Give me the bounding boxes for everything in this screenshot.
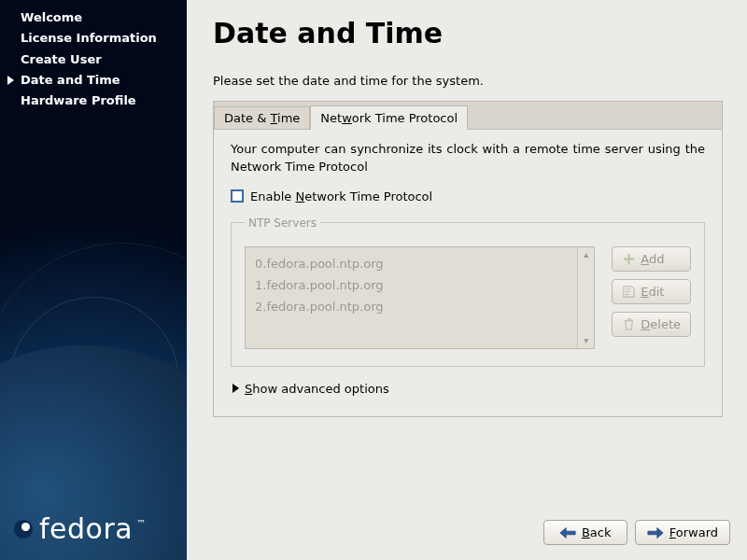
logo-text: fedora [39,512,133,545]
ntp-servers-fieldset: NTP Servers 0.fedora.pool.ntp.org 1.fedo… [231,217,705,367]
fedora-logo: fedora ™ [13,512,146,545]
list-item[interactable]: 1.fedora.pool.ntp.org [253,274,570,296]
sidebar-item-hardware-profile[interactable]: Hardware Profile [0,91,187,111]
sidebar-item-license[interactable]: License Information [0,28,187,49]
arrow-right-icon [647,526,664,539]
ntp-servers-listbox[interactable]: 0.fedora.pool.ntp.org 1.fedora.pool.ntp.… [245,246,595,349]
list-item[interactable]: 2.fedora.pool.ntp.org [253,296,570,317]
logo-bubble-icon [13,519,34,539]
delete-icon [622,317,636,331]
enable-ntp-checkbox[interactable] [231,189,244,203]
tab-notebook: Date & Time Network Time Protocol Your c… [213,101,723,417]
edit-icon [622,285,636,299]
enable-ntp-label: Enable Network Time Protocol [250,189,432,203]
main-panel: Date and Time Please set the date and ti… [187,0,747,560]
tab-ntp-u: w [342,111,352,125]
ntp-descr: Your computer can synchronize its clock … [231,141,705,176]
sidebar-item-create-user[interactable]: Create User [0,49,187,70]
page-intro: Please set the date and time for the sys… [213,74,723,88]
show-advanced-toggle[interactable]: Show advanced options [231,382,705,396]
page-title: Date and Time [213,17,723,49]
list-item[interactable]: 0.fedora.pool.ntp.org [253,253,570,274]
ntp-button-column: Add Edit Delete [612,246,691,337]
footer-nav: Back Forward [187,511,747,560]
add-button[interactable]: Add [612,246,691,272]
edit-button[interactable]: Edit [612,279,691,304]
tab-ntp[interactable]: Network Time Protocol [310,105,468,130]
expand-icon [233,384,239,393]
tab-date-time[interactable]: Date & Time [214,106,310,129]
logo-tm: ™ [136,518,146,528]
tab-row: Date & Time Network Time Protocol [214,102,722,130]
tab-ntp-pre: Net [320,111,342,125]
back-button[interactable]: Back [543,520,627,545]
sidebar-item-welcome[interactable]: Welcome [0,7,187,28]
tab-date-time-u: T [270,111,277,125]
tab-ntp-post: ork Time Protocol [352,111,458,125]
enable-ntp-row[interactable]: Enable Network Time Protocol [231,189,705,203]
tab-date-time-pre: Date & [224,111,270,125]
arrow-left-icon [559,526,576,539]
delete-button[interactable]: Delete [612,312,691,337]
ntp-servers-legend: NTP Servers [245,217,320,230]
tab-date-time-post: ime [277,111,300,125]
forward-button[interactable]: Forward [635,520,730,545]
sidebar: Welcome License Information Create User … [0,0,187,560]
sidebar-item-date-time[interactable]: Date and Time [0,70,187,91]
show-advanced-label: Show advanced options [245,382,389,396]
tab-body-ntp: Your computer can synchronize its clock … [214,130,722,416]
scrollbar[interactable] [577,247,594,348]
sidebar-nav: Welcome License Information Create User … [0,7,187,111]
add-icon [622,252,636,266]
